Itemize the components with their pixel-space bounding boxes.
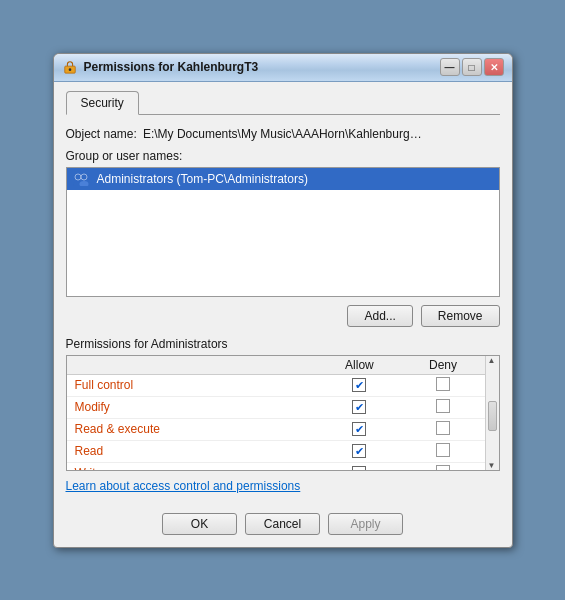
table-row: Full control✔ xyxy=(67,374,485,396)
unchecked-box xyxy=(436,399,450,413)
allow-checkbox[interactable]: ✔ xyxy=(317,396,401,418)
table-row: Modify✔ xyxy=(67,396,485,418)
table-row: Read✔ xyxy=(67,440,485,462)
table-row: Read & execute✔ xyxy=(67,418,485,440)
svg-point-2 xyxy=(75,174,81,180)
group-user-label: Group or user names: xyxy=(66,149,500,163)
svg-point-3 xyxy=(81,174,87,180)
deny-checkbox[interactable] xyxy=(402,418,485,440)
maximize-button[interactable]: □ xyxy=(462,58,482,76)
deny-checkbox[interactable] xyxy=(402,374,485,396)
checked-icon: ✔ xyxy=(352,466,366,470)
tab-security[interactable]: Security xyxy=(66,91,139,115)
perm-name-cell: Read & execute xyxy=(67,418,318,440)
add-remove-buttons: Add... Remove xyxy=(66,305,500,327)
remove-button[interactable]: Remove xyxy=(421,305,500,327)
dialog-body: Security Object name: E:\My Documents\My… xyxy=(54,82,512,547)
object-name-label: Object name: xyxy=(66,127,137,141)
allow-checkbox[interactable]: ✔ xyxy=(317,440,401,462)
col-allow: Allow xyxy=(317,356,401,375)
minimize-button[interactable]: — xyxy=(440,58,460,76)
unchecked-box xyxy=(436,443,450,457)
deny-checkbox[interactable] xyxy=(402,462,485,471)
allow-checkbox[interactable]: ✔ xyxy=(317,462,401,471)
checked-icon: ✔ xyxy=(352,422,366,436)
permissions-dialog: Permissions for KahlenburgT3 — □ ✕ Secur… xyxy=(53,53,513,548)
perm-name-cell: Modify xyxy=(67,396,318,418)
permissions-table-container: Allow Deny Full control✔Modify✔Read & ex… xyxy=(66,355,500,471)
unchecked-box xyxy=(436,465,450,471)
table-row: Write✔ xyxy=(67,462,485,471)
cancel-button[interactable]: Cancel xyxy=(245,513,320,535)
window-title: Permissions for KahlenburgT3 xyxy=(84,60,440,74)
close-button[interactable]: ✕ xyxy=(484,58,504,76)
tab-bar: Security xyxy=(66,90,500,115)
add-button[interactable]: Add... xyxy=(347,305,412,327)
perm-name-cell: Read xyxy=(67,440,318,462)
svg-point-1 xyxy=(68,68,71,71)
scrollbar-thumb[interactable] xyxy=(488,401,497,431)
checked-icon: ✔ xyxy=(352,378,366,392)
col-deny: Deny xyxy=(402,356,485,375)
object-name-row: Object name: E:\My Documents\My Music\AA… xyxy=(66,127,500,141)
scrollbar-track[interactable]: ▲ ▼ xyxy=(485,356,499,470)
perm-name-cell: Write xyxy=(67,462,318,471)
permissions-table: Allow Deny Full control✔Modify✔Read & ex… xyxy=(67,356,485,471)
col-permission xyxy=(67,356,318,375)
title-bar: Permissions for KahlenburgT3 — □ ✕ xyxy=(54,54,512,82)
ok-button[interactable]: OK xyxy=(162,513,237,535)
learn-link[interactable]: Learn about access control and permissio… xyxy=(66,479,301,493)
allow-checkbox[interactable]: ✔ xyxy=(317,418,401,440)
deny-checkbox[interactable] xyxy=(402,396,485,418)
scroll-up-arrow[interactable]: ▲ xyxy=(486,356,498,365)
user-list[interactable]: Administrators (Tom-PC\Administrators) xyxy=(66,167,500,297)
title-buttons: — □ ✕ xyxy=(440,58,504,76)
object-name-value: E:\My Documents\My Music\AAAHorn\Kahlenb… xyxy=(143,127,423,141)
learn-link-container: Learn about access control and permissio… xyxy=(66,479,500,505)
user-name: Administrators (Tom-PC\Administrators) xyxy=(97,172,308,186)
deny-checkbox[interactable] xyxy=(402,440,485,462)
apply-button[interactable]: Apply xyxy=(328,513,403,535)
unchecked-box xyxy=(436,377,450,391)
unchecked-box xyxy=(436,421,450,435)
permissions-label: Permissions for Administrators xyxy=(66,337,500,351)
checked-icon: ✔ xyxy=(352,444,366,458)
user-group-icon xyxy=(73,172,91,186)
bottom-buttons: OK Cancel Apply xyxy=(66,505,500,535)
allow-checkbox[interactable]: ✔ xyxy=(317,374,401,396)
window-icon xyxy=(62,59,78,75)
scroll-down-arrow[interactable]: ▼ xyxy=(486,461,498,470)
list-item[interactable]: Administrators (Tom-PC\Administrators) xyxy=(67,168,499,190)
perm-name-cell: Full control xyxy=(67,374,318,396)
checked-icon: ✔ xyxy=(352,400,366,414)
